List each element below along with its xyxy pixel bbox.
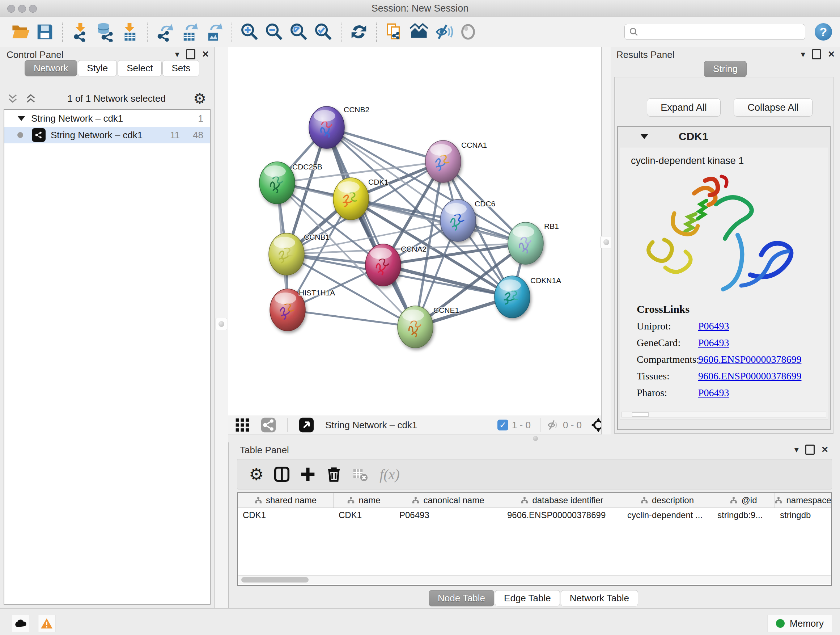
table-settings-gear-icon[interactable]: ⚙ bbox=[249, 464, 264, 484]
delete-column-icon[interactable] bbox=[326, 466, 342, 482]
cloud-status-button[interactable] bbox=[12, 615, 29, 632]
left-splitter[interactable] bbox=[214, 47, 229, 608]
node-CCNA2[interactable] bbox=[365, 244, 401, 286]
show-all-icon[interactable] bbox=[458, 21, 478, 42]
node-CDC6[interactable] bbox=[440, 200, 476, 241]
search-field[interactable] bbox=[624, 24, 805, 40]
close-panel-icon[interactable]: ✕ bbox=[828, 50, 835, 59]
network-row[interactable]: String Network – cdk1 11 48 bbox=[4, 127, 210, 143]
node-CDK1[interactable] bbox=[333, 178, 369, 220]
grid-view-icon[interactable] bbox=[234, 417, 250, 433]
zoom-selected-icon[interactable] bbox=[313, 21, 334, 42]
edge-CCNE1-HIST1H1A[interactable] bbox=[287, 310, 415, 327]
panel-menu-icon[interactable]: ▾ bbox=[801, 50, 805, 59]
results-horizontal-scrollbar[interactable] bbox=[622, 412, 826, 417]
new-network-from-selection-icon[interactable] bbox=[384, 21, 405, 42]
create-column-icon[interactable] bbox=[300, 466, 316, 482]
tab-network-table[interactable]: Network Table bbox=[561, 590, 638, 606]
panel-menu-icon[interactable]: ▾ bbox=[175, 50, 180, 59]
edge-CCNB2-CCNE1[interactable] bbox=[327, 127, 415, 327]
float-panel-icon[interactable] bbox=[812, 49, 821, 59]
collapse-all-button[interactable]: Collapse All bbox=[734, 98, 813, 117]
horizontal-splitter[interactable] bbox=[228, 434, 840, 442]
close-window-button[interactable] bbox=[7, 5, 15, 13]
tab-network[interactable]: Network bbox=[25, 60, 77, 76]
close-panel-icon[interactable]: ✕ bbox=[821, 445, 829, 454]
zoom-window-button[interactable] bbox=[29, 5, 37, 13]
network-collection-list: String Network – cdk1 1 String Network –… bbox=[4, 109, 210, 605]
expand-all-icon[interactable] bbox=[25, 93, 36, 104]
delete-table-icon[interactable] bbox=[352, 466, 368, 482]
panel-menu-icon[interactable]: ▾ bbox=[794, 445, 799, 454]
collection-expand-icon[interactable] bbox=[17, 116, 25, 121]
save-session-icon[interactable] bbox=[34, 21, 55, 42]
close-panel-icon[interactable]: ✕ bbox=[202, 50, 209, 59]
memory-button[interactable]: Memory bbox=[767, 615, 832, 632]
node-label-CCNB2: CCNB2 bbox=[344, 105, 369, 114]
minimize-window-button[interactable] bbox=[18, 5, 26, 13]
crosslink-link[interactable]: 9606.ENSP00000378699 bbox=[698, 354, 801, 365]
help-button[interactable]: ? bbox=[815, 23, 832, 41]
network-collection-row[interactable]: String Network – cdk1 1 bbox=[4, 110, 210, 127]
column-header-shared-name[interactable]: shared name bbox=[238, 493, 333, 508]
import-network-database-icon[interactable] bbox=[95, 21, 115, 42]
column-header-database-identifier[interactable]: database identifier bbox=[502, 493, 622, 508]
node-RB1[interactable] bbox=[508, 222, 543, 264]
string-view-icon[interactable] bbox=[261, 417, 276, 433]
zoom-out-icon[interactable] bbox=[264, 21, 285, 42]
warnings-button[interactable] bbox=[38, 615, 55, 632]
export-table-icon[interactable] bbox=[179, 21, 200, 42]
tab-sets[interactable]: Sets bbox=[163, 60, 199, 76]
column-header-namespace[interactable]: namespace bbox=[775, 493, 831, 508]
crosslink-link[interactable]: P06493 bbox=[698, 387, 729, 399]
gene-collapse-icon[interactable] bbox=[640, 134, 648, 139]
float-panel-icon[interactable] bbox=[186, 49, 195, 59]
export-network-icon[interactable] bbox=[155, 21, 175, 42]
float-panel-icon[interactable] bbox=[805, 445, 815, 455]
tab-select[interactable]: Select bbox=[118, 60, 162, 76]
column-header-id[interactable]: @id bbox=[712, 493, 775, 508]
node-CCNA1[interactable] bbox=[425, 141, 461, 182]
function-builder-icon[interactable]: f(x) bbox=[379, 466, 400, 483]
column-header-name[interactable]: name bbox=[333, 493, 394, 508]
node-CDKN1A[interactable] bbox=[494, 276, 530, 318]
network-options-gear-icon[interactable]: ⚙ bbox=[193, 91, 206, 106]
export-image-icon[interactable] bbox=[204, 21, 225, 42]
search-input[interactable] bbox=[638, 27, 801, 37]
tab-style[interactable]: Style bbox=[78, 60, 117, 76]
detach-view-icon[interactable] bbox=[298, 417, 314, 433]
crosslink-link[interactable]: 9606.ENSP00000378699 bbox=[698, 371, 801, 382]
crosslink-label: Tissues: bbox=[637, 371, 698, 382]
hide-selected-icon[interactable] bbox=[433, 21, 454, 42]
node-CDC25B[interactable] bbox=[259, 162, 295, 204]
gene-header-row[interactable]: CDK1 bbox=[618, 127, 830, 146]
tab-edge-table[interactable]: Edge Table bbox=[495, 590, 560, 606]
expand-all-button[interactable]: Expand All bbox=[647, 98, 721, 117]
refresh-icon[interactable] bbox=[348, 21, 369, 42]
first-neighbors-icon[interactable] bbox=[409, 21, 429, 42]
left-splitter-handle[interactable] bbox=[216, 318, 227, 330]
node-CCNE1[interactable] bbox=[398, 306, 433, 348]
column-header-description[interactable]: description bbox=[622, 493, 712, 508]
tab-node-table[interactable]: Node Table bbox=[429, 590, 494, 606]
table-row[interactable]: CDK1CDK1P064939606.ENSP00000378699cyclin… bbox=[238, 508, 831, 523]
hidden-counts: 0 - 0 bbox=[563, 420, 582, 431]
node-CCNB1[interactable] bbox=[269, 233, 304, 275]
crosslink-link[interactable]: P06493 bbox=[698, 337, 729, 348]
node-CCNB2[interactable] bbox=[309, 106, 344, 149]
table-header-row[interactable]: shared namenamecanonical namedatabase id… bbox=[238, 493, 831, 508]
zoom-in-icon[interactable] bbox=[239, 21, 260, 42]
network-canvas[interactable]: CCNB2CCNA1CDC25BCDK1CDC6RB1CCNB1CCNA2CDK… bbox=[228, 47, 601, 416]
show-columns-icon[interactable] bbox=[274, 466, 290, 482]
import-network-file-icon[interactable] bbox=[70, 21, 91, 42]
table-horizontal-scrollbar[interactable] bbox=[238, 575, 831, 584]
tab-string[interactable]: String bbox=[704, 61, 747, 77]
collapse-all-icon[interactable] bbox=[7, 93, 18, 104]
selected-indicator-checkbox[interactable]: ✓ bbox=[497, 420, 508, 431]
column-header-canonical-name[interactable]: canonical name bbox=[394, 493, 502, 508]
open-session-icon[interactable] bbox=[10, 21, 31, 42]
right-splitter[interactable] bbox=[601, 47, 611, 434]
import-table-file-icon[interactable] bbox=[119, 21, 140, 42]
zoom-fit-icon[interactable] bbox=[288, 21, 309, 42]
crosslink-link[interactable]: P06493 bbox=[698, 320, 729, 332]
